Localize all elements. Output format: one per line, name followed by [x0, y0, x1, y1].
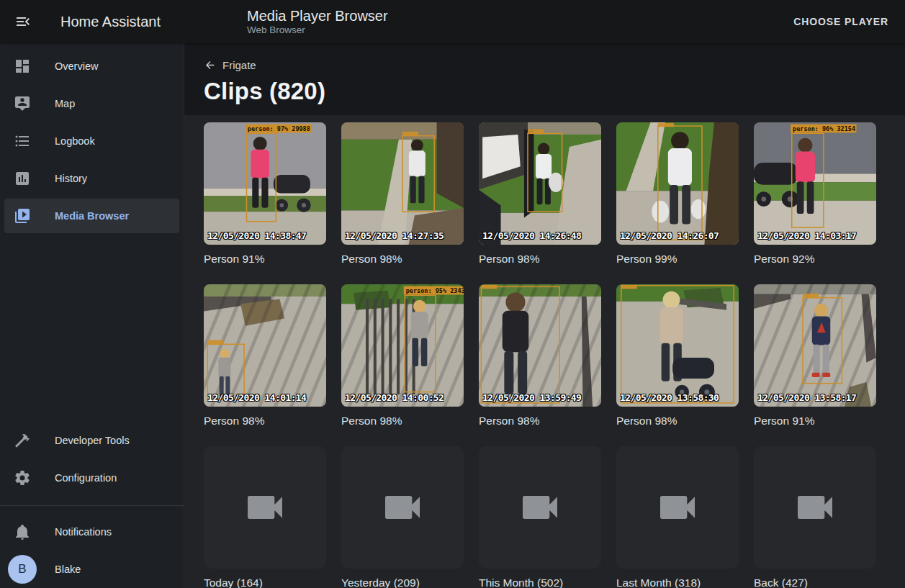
sidebar-item-label: Notifications: [55, 526, 112, 538]
sidebar-item-label: Map: [55, 98, 75, 109]
video-camera-icon: [242, 484, 288, 530]
clip-timestamp-overlay: 12/05/2020 14:03:17: [757, 230, 856, 241]
sidebar-spacer: [0, 235, 184, 422]
clip-thumbnail: 12/05/2020 14:26:07: [616, 122, 739, 245]
clip-caption: Person 98%: [204, 415, 326, 428]
clip-timestamp-overlay: 12/05/2020 14:00:52: [345, 392, 444, 403]
app-window: Home Assistant Media Player Browser Web …: [0, 0, 905, 588]
clip-scene-image: [616, 284, 739, 407]
folder-card-back[interactable]: Back (427): [754, 446, 876, 588]
page-heading: Media Player Browser Web Browser: [184, 8, 793, 36]
sidebar-item-media-browser[interactable]: Media Browser: [4, 199, 179, 233]
clip-scene-image: [479, 122, 601, 245]
folder-card-today[interactable]: Today (164): [204, 446, 326, 588]
svg-text:person: 96% 32154: person: 96% 32154: [793, 125, 855, 132]
clip-caption: Person 98%: [341, 415, 464, 428]
sidebar-item-notifications[interactable]: Notifications: [4, 515, 179, 549]
hammer-icon: [14, 432, 31, 449]
clip-scene-image: [204, 284, 326, 407]
content-header: Frigate Clips (820): [184, 43, 905, 115]
clip-thumbnail: person: 96% 3215412/05/2020 14:03:17: [754, 122, 876, 245]
clip-thumbnail: 12/05/2020 14:26:48: [479, 122, 601, 245]
clip-thumbnail: 12/05/2020 13:58:30: [616, 284, 739, 407]
back-arrow-icon: [204, 59, 216, 71]
video-camera-icon: [792, 484, 838, 530]
clip-card[interactable]: person: 97% 2998812/05/2020 14:38:47Pers…: [204, 122, 326, 266]
app-bar: Home Assistant Media Player Browser Web …: [0, 0, 905, 43]
tooltip-account-icon: [14, 95, 31, 112]
sidebar-item-map[interactable]: Map: [4, 86, 179, 121]
sidebar-toggle-icon[interactable]: [14, 13, 32, 30]
breadcrumb-label: Frigate: [222, 59, 256, 71]
clips-page-title: Clips (820): [204, 78, 905, 105]
clip-caption: Person 98%: [616, 415, 739, 428]
clip-caption: Person 92%: [754, 253, 876, 266]
folder-label: Yesterday (209): [341, 576, 464, 588]
clip-card[interactable]: person: 95% 2343212/05/2020 14:00:52Pers…: [341, 284, 464, 428]
clip-card[interactable]: 12/05/2020 14:27:35Person 98%: [341, 122, 464, 266]
play-box-multiple-icon: [14, 207, 31, 225]
clip-card[interactable]: 12/05/2020 13:58:30Person 98%: [616, 284, 739, 428]
clip-timestamp-overlay: 12/05/2020 14:26:07: [620, 230, 719, 241]
clip-card[interactable]: 12/05/2020 13:59:49Person 98%: [479, 284, 601, 428]
clip-timestamp-overlay: 12/05/2020 13:58:30: [620, 392, 719, 403]
app-bar-left: Home Assistant: [0, 13, 184, 30]
sidebar-item-label: Developer Tools: [55, 435, 130, 446]
bell-icon: [14, 523, 31, 540]
clip-card[interactable]: 12/05/2020 14:26:07Person 99%: [616, 122, 739, 266]
format-list-bulleted-icon: [14, 132, 31, 150]
folder-thumbnail: [479, 446, 601, 569]
folder-label: Back (427): [754, 576, 876, 588]
clips-grid: person: 97% 2998812/05/2020 14:38:47Pers…: [204, 122, 876, 588]
sidebar-item-overview[interactable]: Overview: [4, 49, 179, 83]
sidebar-item-label: Overview: [55, 60, 98, 72]
clip-caption: Person 98%: [341, 253, 464, 266]
clip-timestamp-overlay: 12/05/2020 13:59:49: [482, 392, 581, 403]
folder-thumbnail: [341, 446, 464, 569]
folder-card-this-month[interactable]: This Month (502): [479, 446, 601, 588]
sidebar-user-blake[interactable]: BBlake: [4, 552, 179, 587]
clip-card[interactable]: 12/05/2020 14:01:14Person 98%: [204, 284, 326, 428]
clip-caption: Person 99%: [616, 253, 739, 266]
sidebar-item-logbook[interactable]: Logbook: [4, 124, 179, 158]
clip-card[interactable]: 12/05/2020 13:58:17Person 91%: [754, 284, 876, 428]
video-camera-icon: [379, 484, 426, 530]
content-pane: Frigate Clips (820) person: 97% 2998812/…: [184, 43, 905, 588]
clip-scene-image: [479, 284, 601, 407]
cog-icon: [14, 469, 31, 487]
sidebar-item-configuration[interactable]: Configuration: [4, 461, 179, 495]
sidebar-divider: [0, 505, 184, 506]
folder-card-last-month[interactable]: Last Month (318): [616, 446, 739, 588]
clip-caption: Person 98%: [479, 253, 601, 266]
clip-thumbnail: 12/05/2020 14:01:14: [204, 284, 326, 407]
sidebar-item-history[interactable]: History: [4, 161, 179, 196]
user-avatar: B: [8, 555, 37, 584]
folder-label: Last Month (318): [616, 576, 739, 588]
clip-card[interactable]: 12/05/2020 14:26:48Person 98%: [479, 122, 601, 266]
breadcrumb[interactable]: Frigate: [204, 59, 256, 71]
folder-label: This Month (502): [479, 576, 601, 588]
sidebar: OverviewMapLogbookHistoryMedia BrowserDe…: [0, 43, 184, 588]
page-title: Media Player Browser: [247, 8, 793, 24]
poll-box-icon: [14, 170, 31, 187]
main-layout: OverviewMapLogbookHistoryMedia BrowserDe…: [0, 43, 905, 588]
clip-thumbnail: 12/05/2020 13:58:17: [754, 284, 876, 407]
clip-scene-image: person: 95% 23432: [341, 284, 464, 407]
sidebar-item-developer-tools[interactable]: Developer Tools: [4, 423, 179, 458]
svg-text:person: 95% 23432: person: 95% 23432: [406, 287, 464, 294]
clip-caption: Person 98%: [479, 415, 601, 428]
page-subtitle: Web Browser: [247, 24, 793, 36]
choose-player-button[interactable]: CHOOSE PLAYER: [793, 16, 905, 27]
clip-thumbnail: 12/05/2020 14:27:35: [341, 122, 464, 245]
clip-scene-image: [754, 284, 876, 407]
folder-card-yesterday[interactable]: Yesterday (209): [341, 446, 464, 588]
view-dashboard-icon: [14, 58, 31, 75]
sidebar-item-label: History: [55, 173, 87, 184]
clip-thumbnail: 12/05/2020 13:59:49: [479, 284, 601, 407]
clip-timestamp-overlay: 12/05/2020 14:01:14: [207, 392, 306, 403]
video-camera-icon: [517, 484, 563, 530]
clip-card[interactable]: person: 96% 3215412/05/2020 14:03:17Pers…: [754, 122, 876, 266]
clip-caption: Person 91%: [754, 415, 876, 428]
clip-timestamp-overlay: 12/05/2020 13:58:17: [757, 392, 856, 403]
user-name-label: Blake: [55, 564, 81, 575]
